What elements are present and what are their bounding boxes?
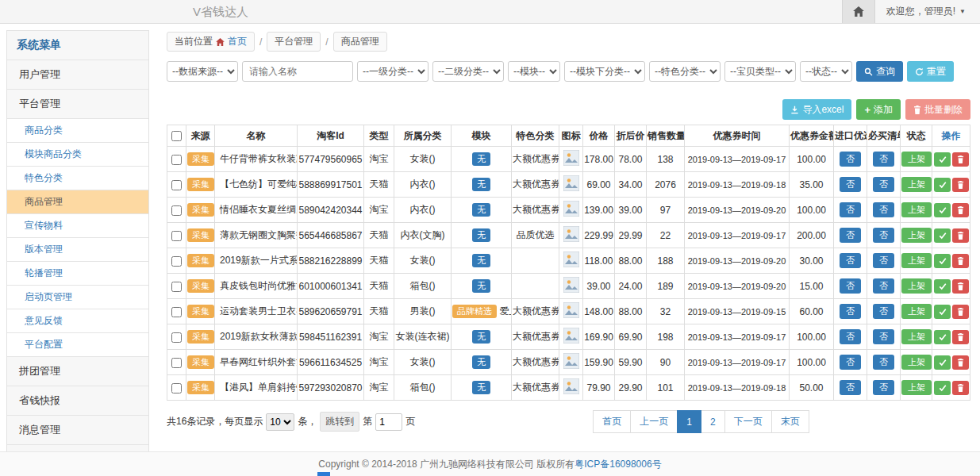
filter-select[interactable]: --模块下分类--	[564, 61, 645, 82]
sidebar-item[interactable]: 意见反馈	[7, 309, 148, 332]
edit-button[interactable]	[934, 381, 951, 395]
data-source-select[interactable]: --数据来源--	[167, 61, 238, 82]
jump-page-input[interactable]	[375, 413, 402, 431]
delete-button[interactable]	[952, 203, 969, 217]
sidebar-item[interactable]: 用户管理	[7, 60, 148, 89]
filter-select[interactable]: --一级分类--	[357, 61, 429, 82]
row-checkbox[interactable]	[171, 332, 182, 343]
filter-select[interactable]: --宝贝类型--	[724, 61, 796, 82]
import-select-toggle[interactable]: 否	[840, 228, 861, 242]
sidebar-item[interactable]: 拼团管理	[7, 356, 148, 386]
edit-button[interactable]	[934, 203, 951, 217]
row-checkbox[interactable]	[171, 358, 182, 368]
row-checkbox[interactable]	[171, 256, 182, 267]
must-buy-toggle[interactable]: 否	[873, 253, 894, 267]
delete-button[interactable]	[952, 228, 969, 243]
import-select-toggle[interactable]: 否	[840, 355, 861, 369]
import-select-toggle[interactable]: 否	[840, 329, 861, 344]
topbar-home-button[interactable]	[842, 0, 875, 23]
row-checkbox[interactable]	[171, 155, 182, 165]
page-size-select[interactable]: 10	[266, 413, 294, 431]
row-checkbox[interactable]	[171, 180, 182, 190]
edit-button[interactable]	[934, 330, 951, 344]
delete-button[interactable]	[952, 355, 969, 370]
edit-button[interactable]	[934, 355, 951, 370]
page-button[interactable]: 首页	[593, 410, 631, 433]
edit-button[interactable]	[934, 228, 951, 243]
must-buy-toggle[interactable]: 否	[873, 152, 894, 166]
delete-button[interactable]	[952, 305, 969, 319]
page-button-current[interactable]: 1	[677, 410, 701, 433]
sidebar-item[interactable]: 特色分类	[7, 166, 148, 190]
must-buy-toggle[interactable]: 否	[873, 304, 894, 318]
delete-button[interactable]	[952, 152, 969, 167]
batch-delete-button[interactable]: 批量删除	[905, 99, 970, 120]
user-menu[interactable]: 欢迎您，管理员! ▼	[875, 0, 980, 23]
status-button[interactable]: 上架	[901, 253, 932, 267]
sidebar-item[interactable]: 平台管理	[7, 89, 148, 118]
status-button[interactable]: 上架	[901, 228, 932, 242]
page-button[interactable]: 2	[701, 410, 725, 433]
sidebar-item[interactable]: 轮播管理	[7, 261, 148, 285]
sidebar-item[interactable]: 宣传物料	[7, 213, 148, 237]
filter-select[interactable]: --模块--	[508, 61, 560, 82]
import-select-toggle[interactable]: 否	[840, 253, 861, 267]
must-buy-toggle[interactable]: 否	[873, 177, 894, 191]
sidebar-item[interactable]: 平台配置	[7, 332, 148, 356]
delete-button[interactable]	[952, 330, 969, 344]
must-buy-toggle[interactable]: 否	[873, 329, 894, 344]
delete-button[interactable]	[952, 279, 969, 294]
import-select-toggle[interactable]: 否	[840, 380, 861, 394]
delete-button[interactable]	[952, 178, 969, 192]
select-all-checkbox[interactable]	[171, 131, 182, 141]
import-select-toggle[interactable]: 否	[840, 304, 861, 318]
delete-button[interactable]	[952, 254, 969, 268]
edit-button[interactable]	[934, 178, 951, 192]
status-button[interactable]: 上架	[901, 152, 932, 166]
status-button[interactable]: 上架	[901, 304, 932, 318]
row-checkbox[interactable]	[171, 205, 182, 216]
must-buy-toggle[interactable]: 否	[873, 228, 894, 242]
name-search-input[interactable]	[242, 61, 353, 82]
sidebar-item[interactable]: 版本管理	[7, 237, 148, 261]
filter-select[interactable]: --特色分类--	[649, 61, 721, 82]
status-button[interactable]: 上架	[901, 177, 932, 191]
import-excel-button[interactable]: 导入excel	[782, 99, 851, 120]
import-select-toggle[interactable]: 否	[840, 202, 861, 217]
status-button[interactable]: 上架	[901, 380, 932, 394]
must-buy-toggle[interactable]: 否	[873, 355, 894, 369]
sidebar-item[interactable]: 省钱快报	[7, 386, 148, 415]
sidebar-item[interactable]: 启动页管理	[7, 285, 148, 309]
row-checkbox[interactable]	[171, 383, 182, 393]
search-button[interactable]: 查询	[856, 61, 903, 82]
page-button[interactable]: 下一页	[724, 410, 772, 433]
page-button[interactable]: 上一页	[630, 410, 678, 433]
breadcrumb-home-link[interactable]: 首页	[228, 35, 247, 48]
page-button[interactable]: 末页	[771, 410, 809, 433]
edit-button[interactable]	[934, 279, 951, 294]
row-checkbox[interactable]	[171, 307, 182, 317]
add-button[interactable]: + 添加	[856, 99, 901, 120]
sidebar-item[interactable]: 商品分类	[7, 118, 148, 142]
status-button[interactable]: 上架	[901, 329, 932, 344]
edit-button[interactable]	[934, 254, 951, 268]
filter-select[interactable]: --二级分类--	[432, 61, 504, 82]
row-checkbox[interactable]	[171, 231, 182, 241]
must-buy-toggle[interactable]: 否	[873, 380, 894, 394]
status-button[interactable]: 上架	[901, 278, 932, 293]
must-buy-toggle[interactable]: 否	[873, 278, 894, 293]
icp-link[interactable]: 粤ICP备16098006号	[575, 458, 661, 471]
edit-button[interactable]	[934, 152, 951, 167]
import-select-toggle[interactable]: 否	[840, 152, 861, 166]
sidebar-item[interactable]: 商品管理	[7, 190, 148, 213]
edit-button[interactable]	[934, 305, 951, 319]
import-select-toggle[interactable]: 否	[840, 177, 861, 191]
delete-button[interactable]	[952, 381, 969, 395]
jump-button[interactable]: 跳转到	[320, 412, 359, 432]
filter-select[interactable]: --状态--	[800, 61, 852, 82]
must-buy-toggle[interactable]: 否	[873, 202, 894, 217]
sidebar-item[interactable]: 模块商品分类	[7, 142, 148, 166]
status-button[interactable]: 上架	[901, 355, 932, 369]
reset-button[interactable]: 重置	[907, 61, 954, 82]
status-button[interactable]: 上架	[901, 202, 932, 217]
